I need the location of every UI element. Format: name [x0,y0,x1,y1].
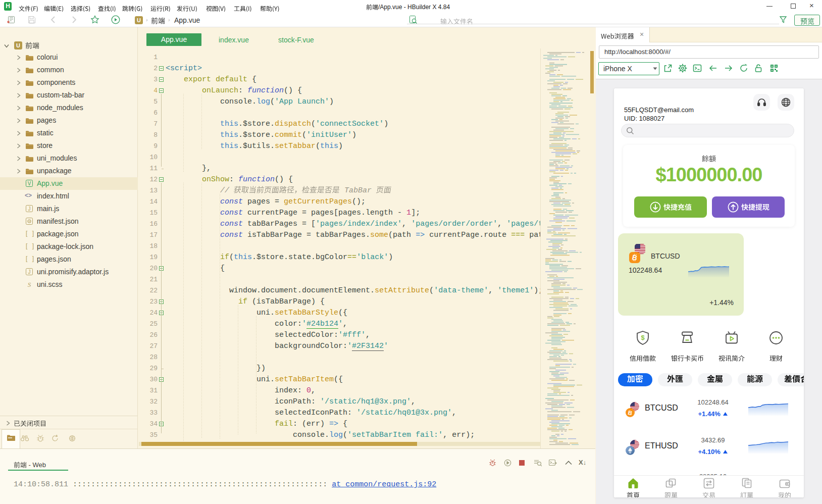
svg-text:J: J [28,206,31,212]
svg-text:V: V [28,181,31,186]
svg-text:J: J [28,269,31,275]
svg-text:$: $ [641,334,645,341]
svg-text:S: S [28,281,31,288]
